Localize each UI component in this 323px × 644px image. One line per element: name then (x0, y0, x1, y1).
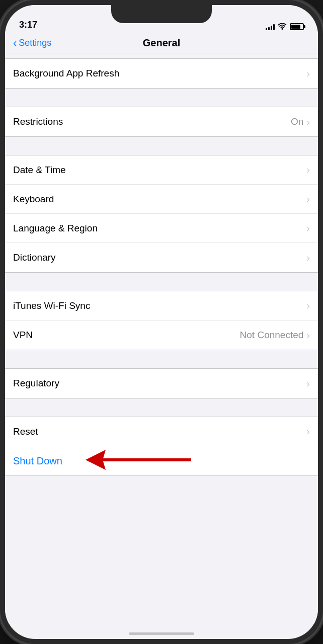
nav-bar: ‹ Settings General (5, 33, 318, 53)
section-datetime-dictionary: Date & Time › Keyboard › Language & Regi… (5, 155, 318, 273)
back-chevron-icon: ‹ (13, 38, 17, 49)
restrictions-chevron-icon: › (306, 116, 310, 128)
language-region-label: Language & Region (13, 223, 306, 234)
date-time-chevron-icon: › (306, 164, 310, 176)
itunes-wifi-sync-chevron-icon: › (306, 300, 310, 311)
status-icons (266, 23, 304, 30)
language-region-row[interactable]: Language & Region › (5, 214, 318, 243)
home-indicator (129, 632, 194, 635)
background-app-refresh-row[interactable]: Background App Refresh › (5, 59, 318, 88)
keyboard-row[interactable]: Keyboard › (5, 185, 318, 214)
wifi-icon (278, 23, 287, 30)
separator (5, 273, 318, 291)
battery-fill (291, 25, 300, 29)
regulatory-row[interactable]: Regulatory › (5, 369, 318, 398)
dictionary-label: Dictionary (13, 252, 306, 263)
vpn-value: Not Connected (240, 330, 304, 341)
keyboard-chevron-icon: › (306, 193, 310, 205)
section-background-app-refresh: Background App Refresh › (5, 58, 318, 89)
dictionary-chevron-icon: › (306, 252, 310, 264)
back-label: Settings (19, 38, 51, 48)
notch (111, 5, 212, 23)
separator (5, 137, 318, 155)
regulatory-label: Regulatory (13, 378, 306, 389)
back-button[interactable]: ‹ Settings (13, 38, 51, 49)
svg-marker-1 (86, 450, 191, 470)
restrictions-label: Restrictions (13, 116, 291, 127)
vpn-row[interactable]: VPN Not Connected › (5, 320, 318, 350)
background-app-refresh-label: Background App Refresh (13, 68, 306, 79)
section-restrictions: Restrictions On › (5, 107, 318, 137)
main-content: ‹ Settings General Background App Refres… (5, 33, 318, 624)
shut-down-row[interactable]: Shut Down (5, 446, 318, 475)
signal-icon (266, 23, 275, 30)
separator (5, 398, 318, 417)
vpn-label: VPN (13, 330, 240, 341)
vpn-chevron-icon: › (306, 330, 310, 341)
dictionary-row[interactable]: Dictionary › (5, 243, 318, 272)
battery-icon (290, 23, 304, 30)
screen: 3:17 (5, 5, 318, 639)
section-itunes-vpn: iTunes Wi-Fi Sync › VPN Not Connected › (5, 291, 318, 350)
section-regulatory: Regulatory › (5, 368, 318, 398)
phone-frame: 3:17 (0, 0, 323, 644)
svg-point-0 (282, 28, 283, 30)
section-reset-shutdown: Reset › Shut Down (5, 417, 318, 476)
reset-chevron-icon: › (306, 426, 310, 437)
date-time-label: Date & Time (13, 165, 306, 176)
date-time-row[interactable]: Date & Time › (5, 155, 318, 185)
reset-row[interactable]: Reset › (5, 417, 318, 446)
reset-label: Reset (13, 426, 306, 437)
language-region-chevron-icon: › (306, 222, 310, 234)
separator (5, 350, 318, 368)
itunes-wifi-sync-label: iTunes Wi-Fi Sync (13, 300, 306, 311)
restrictions-value: On (291, 116, 303, 127)
regulatory-chevron-icon: › (306, 378, 310, 389)
itunes-wifi-sync-row[interactable]: iTunes Wi-Fi Sync › (5, 291, 318, 320)
nav-title: General (143, 37, 180, 49)
annotation-arrow (86, 447, 196, 474)
separator (5, 53, 318, 58)
bottom-separator (5, 476, 318, 494)
background-app-refresh-chevron-icon: › (306, 68, 310, 79)
separator (5, 89, 318, 107)
keyboard-label: Keyboard (13, 194, 306, 205)
restrictions-row[interactable]: Restrictions On › (5, 107, 318, 136)
